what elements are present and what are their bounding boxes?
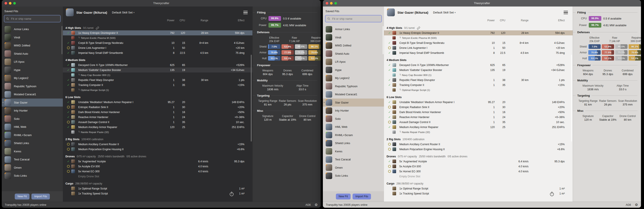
gear-icon[interactable]: ⚙: [315, 203, 318, 206]
sidebar-item-fit[interactable]: HML Web: [323, 123, 384, 131]
link-icon[interactable]: [417, 27, 420, 30]
charge-row[interactable]: └Tetryon Exotic Plasma M (500): [63, 35, 252, 40]
sidebar-item-fit[interactable]: Solo Links: [2, 172, 63, 180]
sidebar-item-fit[interactable]: Keres: [323, 147, 384, 156]
empty-slot-row[interactable]: Empty Drone Slot: [384, 174, 573, 179]
module-row[interactable]: ✓Republic Fleet Warp Disruptor13830 km1 …: [384, 78, 573, 82]
sidebar-item-fit[interactable]: Omen: [2, 164, 63, 172]
module-row[interactable]: ✓Unstable 'Meditation' Medium Armor Repa…: [384, 100, 573, 105]
search-input[interactable]: [332, 17, 380, 21]
module-row[interactable]: ✓1x Heavy Entropic Disintegrator II79212…: [63, 30, 252, 35]
sidebar-item-fit[interactable]: LR Apoc: [323, 58, 384, 66]
module-row[interactable]: ✓Dark Blood Kinetic Armor Hardener116+50…: [63, 110, 252, 115]
sidebar-item-fit[interactable]: Hype: [2, 66, 63, 74]
module-row[interactable]: ✓Republic Fleet Warp Disruptor13830 km1 …: [63, 78, 252, 82]
sidebar-item-fit[interactable]: My Legion2: [2, 74, 63, 82]
link-icon[interactable]: [96, 27, 99, 30]
titlebar[interactable]: Theorycrafter: [2, 0, 321, 7]
module-row[interactable]: Assault Damage Control II13510 sec.: [384, 120, 573, 125]
module-row[interactable]: Assault Damage Control II13510 sec.: [63, 120, 252, 125]
charge-row[interactable]: └Optimal Range Script (1): [63, 87, 252, 92]
module-row[interactable]: ✓Medium 'Gattotte' Capacitor Booster1351…: [384, 68, 573, 73]
module-row[interactable]: ✓Tracking Computer II135+15%: [63, 82, 252, 87]
charge-row[interactable]: └Nanite Repair Paste (32): [63, 130, 252, 135]
sidebar-item-fit[interactable]: Solo: [2, 115, 63, 123]
module-row[interactable]: Drone Link Augmentor I150+20 km: [384, 45, 573, 50]
sidebar-item-fit[interactable]: Armor Links: [323, 25, 384, 34]
module-row[interactable]: ✓Unstable 'Meditation' Medium Armor Repa…: [63, 100, 252, 105]
sidebar-item-fit[interactable]: Hype: [323, 66, 384, 74]
module-row[interactable]: ✓Decayed Core X-Type 100MN Afterburner62…: [63, 63, 252, 68]
sidebar-item-fit[interactable]: Solo Links: [323, 172, 384, 180]
sidebar-item-fit[interactable]: Keres: [2, 147, 63, 156]
share-link-icon[interactable]: [96, 27, 99, 30]
module-row[interactable]: ✓Medium Ancillary Armor Repairer12025251…: [63, 125, 252, 130]
fit-list-scrollbar[interactable]: [251, 55, 252, 141]
sidebar-item-fit[interactable]: LR Apoc: [2, 58, 63, 66]
sidebar-item-fit[interactable]: Mutated Caracal1: [2, 90, 63, 99]
gear-icon[interactable]: ⚙: [635, 203, 638, 206]
module-row[interactable]: ✓Reactive Armor Hardener124+0–36%: [63, 115, 252, 120]
cargo-timer-icon[interactable]: [229, 191, 234, 197]
sidebar-item-fit[interactable]: Shield Links: [2, 139, 63, 147]
charge-row[interactable]: └Optimal Range Script (1): [384, 87, 573, 92]
sidebar-item-fit[interactable]: Inty Hunter: [2, 107, 63, 115]
module-row[interactable]: ✓5x 'Augmented' Acolyte6.4 km/s95.3 dps: [63, 159, 252, 164]
sidebar-item-fit[interactable]: Test Caracal: [2, 155, 63, 164]
search-box[interactable]: [4, 15, 61, 22]
sidebar-item-fit[interactable]: RHML+Scram: [323, 131, 384, 139]
module-row[interactable]: 1x Optimal Range Script1 m³: [384, 186, 573, 191]
menu-icon[interactable]: [243, 11, 248, 14]
module-row[interactable]: ✓1x Heavy Entropic Disintegrator II79212…: [384, 30, 573, 35]
sidebar-item-fit[interactable]: HML Web: [2, 123, 63, 131]
module-row[interactable]: ✓Imperial Navy Small EMP Smartbomb822.54…: [384, 50, 573, 55]
module-row[interactable]: Medium Ancillary Current Router II+15%: [384, 142, 573, 147]
sidebar-item-fit[interactable]: RHML+Scram: [2, 131, 63, 139]
module-row[interactable]: ✓Reactive Armor Hardener124+0–36%: [384, 115, 573, 120]
module-row[interactable]: 5x Acolyte EV-3004.0 km/s: [63, 164, 252, 169]
sidebar-item-fit[interactable]: Vindi: [323, 34, 384, 42]
search-box[interactable]: [325, 15, 382, 22]
module-row[interactable]: 5x Acolyte EV-3004.0 km/s: [384, 164, 573, 169]
module-row[interactable]: ✓Decayed Core X-Type 100MN Afterburner62…: [384, 63, 573, 68]
module-row[interactable]: ✓5x 'Augmented' Acolyte6.4 km/s95.3 dps: [384, 159, 573, 164]
sidebar-item-fit[interactable]: Vindi: [2, 34, 63, 42]
module-row[interactable]: ✓Medium 'Gattotte' Capacitor Booster1351…: [63, 68, 252, 73]
titlebar[interactable]: Theorycrafter: [323, 0, 641, 7]
charge-row[interactable]: └Navy Cap Booster 800 (1): [384, 73, 573, 78]
sidebar-item-fit[interactable]: Test Caracal: [323, 155, 384, 164]
import-fits-button[interactable]: Import Fits: [352, 193, 371, 199]
module-row[interactable]: 5x Hornet EC-3004.0 km/s: [384, 169, 573, 174]
sidebar-item-fit[interactable]: Omen: [323, 164, 384, 172]
module-row[interactable]: Drone Link Augmentor I150+20 km: [63, 45, 252, 50]
menu-icon[interactable]: [564, 11, 568, 14]
search-input[interactable]: [10, 17, 58, 21]
module-row[interactable]: Entropic Radiation Sink II130+20%: [384, 105, 573, 110]
empty-slot-row[interactable]: Empty Drone Slot: [63, 174, 252, 179]
charge-row[interactable]: └Nanite Repair Paste (32): [384, 130, 573, 135]
share-link-icon[interactable]: [417, 27, 420, 30]
module-row[interactable]: 1x Tracking Speed Script1 m³: [384, 191, 573, 196]
charge-row[interactable]: └Navy Cap Booster 800 (1): [63, 73, 252, 78]
module-row[interactable]: ✓Corpii B-Type Small Energy Nosferatu101…: [63, 40, 252, 45]
module-row[interactable]: 5x Hornet EC-3004.0 km/s: [63, 169, 252, 174]
charge-row[interactable]: └Tetryon Exotic Plasma M (500): [384, 35, 573, 40]
new-fit-button[interactable]: New Fit: [336, 193, 350, 199]
sidebar-item-fit[interactable]: Mutated Caracal1: [323, 90, 384, 99]
sidebar-item-fit[interactable]: Shield Auto: [323, 50, 384, 58]
fit-list-scrollbar[interactable]: [571, 55, 572, 141]
sidebar-item-fit[interactable]: MWD 2xMed: [2, 42, 63, 50]
skill-set-dropdown[interactable]: Default Skill Set▾: [433, 11, 456, 14]
module-row[interactable]: 1x Tracking Speed Script1 m³: [63, 191, 252, 196]
module-row[interactable]: Entropic Radiation Sink II130+20%: [63, 105, 252, 110]
skill-set-dropdown[interactable]: Default Skill Set▾: [112, 11, 134, 14]
sidebar-scrollbar[interactable]: [62, 26, 62, 54]
cargo-timer-icon[interactable]: [549, 191, 554, 197]
sidebar-item-fit[interactable]: Shield Links: [323, 139, 384, 147]
sidebar-item-fit[interactable]: Shield Auto: [2, 50, 63, 58]
cargo-timer-icon[interactable]: [549, 191, 554, 197]
module-row[interactable]: 1x Optimal Range Script1 m³: [63, 186, 252, 191]
sidebar-item-fit[interactable]: My Legion2: [323, 74, 384, 82]
cargo-timer-icon[interactable]: [229, 191, 234, 197]
sidebar-item-fit[interactable]: Star Gazer: [323, 99, 384, 107]
